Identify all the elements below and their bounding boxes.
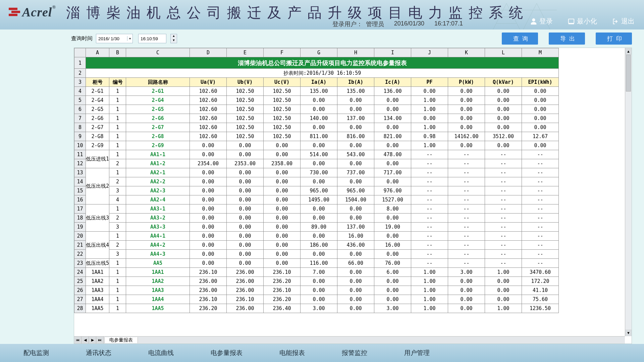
col-header[interactable]: J (411, 48, 448, 57)
table-row[interactable]: 42-G112-G1102.60102.50102.50135.00135.00… (74, 87, 559, 96)
row-header[interactable]: 25 (74, 277, 86, 286)
col-header[interactable]: I (374, 48, 411, 57)
table-row[interactable]: 251AA211AA2236.00236.00236.200.000.000.0… (74, 277, 559, 286)
row-header[interactable]: 20 (74, 232, 86, 241)
time-input[interactable] (138, 34, 166, 43)
col-header[interactable]: A (86, 48, 109, 57)
tab-nav-last-icon[interactable]: ⏭ (96, 337, 104, 344)
row-header[interactable]: 21 (74, 241, 86, 250)
vertical-scrollbar[interactable]: ▲ ▼ (625, 48, 632, 336)
table-row[interactable]: 17低压出线31AA3-10.000.000.000.000.008.00---… (74, 204, 559, 214)
sheet-tab[interactable]: 电参量报表 (104, 337, 138, 343)
row-header[interactable]: 13 (74, 168, 86, 177)
exit-link[interactable]: 退出 (612, 17, 635, 26)
nav-item-0[interactable]: 配电监测 (23, 349, 49, 357)
row-header[interactable]: 4 (74, 87, 86, 96)
table-row[interactable]: 102-G912-G90.000.000.000.000.000.001.000… (74, 141, 559, 150)
col-header[interactable]: D (190, 48, 227, 57)
row-header[interactable]: 11 (74, 150, 86, 159)
row-header[interactable]: 6 (74, 105, 86, 114)
table-row[interactable]: 153AA2-30.000.000.00965.00965.00976.00--… (74, 186, 559, 195)
table-row[interactable]: 271AA411AA4236.10236.10236.200.000.000.0… (74, 295, 559, 304)
row-header[interactable]: 7 (74, 114, 86, 123)
row-header[interactable]: 28 (74, 304, 86, 313)
table-row[interactable]: 223AA4-30.000.000.000.000.000.00-------- (74, 250, 559, 259)
row-header[interactable]: 18 (74, 214, 86, 223)
row-header[interactable]: 26 (74, 286, 86, 295)
row-header[interactable]: 5 (74, 96, 86, 105)
query-button[interactable]: 查询 (502, 33, 538, 45)
minimize-link[interactable]: 最小化 (568, 17, 597, 26)
table-row[interactable]: 193AA3-30.000.000.0089.00137.0019.00----… (74, 223, 559, 232)
row-header[interactable]: 17 (74, 204, 86, 214)
date-input[interactable]: ▾ (96, 34, 133, 43)
value-cell: 0.00 (374, 123, 411, 132)
table-row[interactable]: 122AA1-22354.002353.002358.000.000.000.0… (74, 159, 559, 168)
nav-item-3[interactable]: 电参量报表 (211, 349, 243, 357)
table-row[interactable]: 20低压出线41AA4-10.000.000.000.0016.000.00--… (74, 232, 559, 241)
table-row[interactable]: 23低压出线51AA50.000.000.00116.0066.0076.00-… (74, 259, 559, 268)
print-button[interactable]: 打印 (596, 33, 632, 45)
col-header[interactable]: M (522, 48, 559, 57)
row-header[interactable]: 3 (74, 78, 86, 87)
calendar-dropdown-icon[interactable]: ▾ (127, 36, 132, 41)
nav-item-4[interactable]: 电能报表 (279, 349, 305, 357)
row-header[interactable]: 16 (74, 195, 86, 204)
value-cell: 0.00 (190, 186, 227, 195)
table-row[interactable]: 72-G612-G6102.60102.50102.50140.00137.00… (74, 114, 559, 123)
row-header[interactable]: 19 (74, 223, 86, 232)
table-row[interactable]: 52-G412-G4102.60102.50102.500.000.000.00… (74, 96, 559, 105)
col-header[interactable]: F (264, 48, 301, 57)
table-row[interactable]: 11低压进线11AA1-10.000.000.00514.00543.00478… (74, 150, 559, 159)
col-header[interactable]: C (126, 48, 190, 57)
row-header[interactable]: 1 (74, 57, 86, 69)
table-row[interactable]: 62-G512-G5102.60102.50102.500.000.000.00… (74, 105, 559, 114)
row-header[interactable]: 24 (74, 268, 86, 277)
col-header[interactable]: K (448, 48, 485, 57)
table-row[interactable]: 92-G812-G8102.60102.50102.50811.00816.00… (74, 132, 559, 141)
nav-item-5[interactable]: 报警监控 (342, 349, 367, 357)
table-row[interactable]: 182AA3-20.000.000.000.000.000.00-------- (74, 214, 559, 223)
export-button[interactable]: 导出 (549, 33, 585, 45)
row-header[interactable]: 2 (74, 69, 86, 78)
value-cell: -- (485, 259, 522, 268)
nav-item-2[interactable]: 电流曲线 (148, 349, 174, 357)
row-header[interactable]: 22 (74, 250, 86, 259)
table-row[interactable]: 142AA2-20.000.000.000.000.000.00-------- (74, 177, 559, 186)
row-header[interactable]: 9 (74, 132, 86, 141)
tab-nav-first-icon[interactable]: ⏮ (74, 337, 82, 344)
row-header[interactable]: 27 (74, 295, 86, 304)
table-row[interactable]: 261AA311AA3236.00236.00236.100.000.000.0… (74, 286, 559, 295)
table-row[interactable]: 281AA511AA5236.20236.00236.403.000.003.0… (74, 304, 559, 313)
col-header[interactable]: H (337, 48, 374, 57)
tab-nav-prev-icon[interactable]: ◀ (82, 337, 89, 344)
spinner-down-icon[interactable]: ▼ (171, 39, 177, 43)
table-row[interactable]: 241AA111AA1236.10236.00236.107.000.006.0… (74, 268, 559, 277)
table-row[interactable]: 164AA2-40.000.000.001495.001504.001527.0… (74, 195, 559, 204)
login-link[interactable]: 登录 (530, 17, 553, 26)
scroll-up-icon[interactable]: ▲ (625, 48, 632, 55)
table-row[interactable]: 82-G712-G7102.60102.50102.500.000.000.00… (74, 123, 559, 132)
nav-item-1[interactable]: 通讯状态 (86, 349, 111, 357)
row-header[interactable]: 10 (74, 141, 86, 150)
nav-item-6[interactable]: 用户管理 (404, 349, 430, 357)
row-header[interactable]: 15 (74, 186, 86, 195)
col-header[interactable]: G (301, 48, 337, 57)
scroll-thumb[interactable] (626, 55, 631, 92)
table-row[interactable]: 212AA4-20.000.000.00186.00436.0016.00---… (74, 241, 559, 250)
time-spinner[interactable]: ▲ ▼ (170, 34, 177, 43)
row-header[interactable]: 12 (74, 159, 86, 168)
spinner-up-icon[interactable]: ▲ (171, 34, 177, 39)
report-grid[interactable]: ABCDEFGHIJKLM1淄博柴油机总公司搬迁及产品升级项目电力监控系统电参量… (74, 48, 559, 313)
row-header[interactable]: 14 (74, 177, 86, 186)
index-cell: 4 (109, 195, 126, 204)
tab-nav-next-icon[interactable]: ▶ (89, 337, 96, 344)
row-header[interactable]: 23 (74, 259, 86, 268)
col-header[interactable]: L (485, 48, 522, 57)
scroll-down-icon[interactable]: ▼ (625, 329, 632, 336)
col-header[interactable]: E (227, 48, 264, 57)
table-row[interactable]: 13低压出线21AA2-10.000.000.00730.00737.00717… (74, 168, 559, 177)
col-header[interactable]: B (109, 48, 126, 57)
grid-corner[interactable] (74, 48, 86, 57)
row-header[interactable]: 8 (74, 123, 86, 132)
